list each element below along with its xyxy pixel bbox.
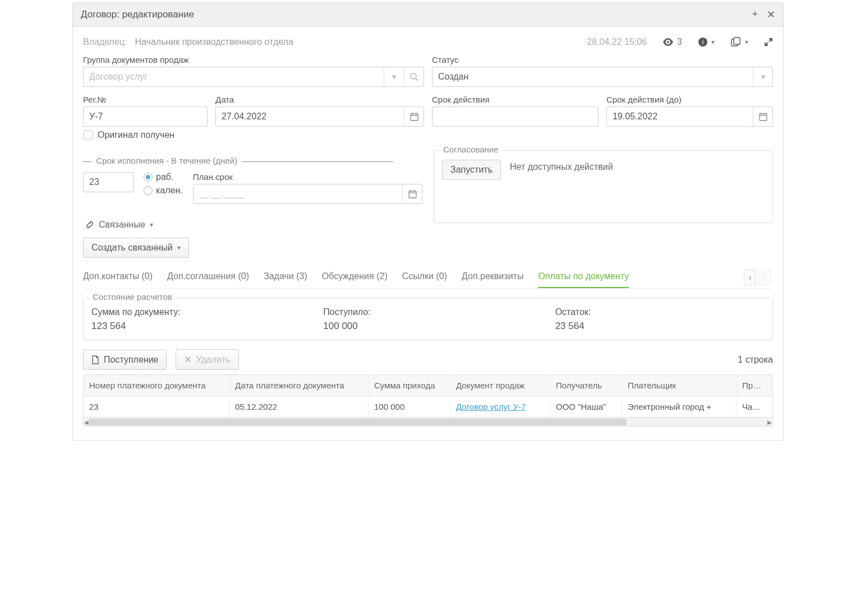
run-approval-label: Запустить bbox=[450, 165, 493, 175]
document-icon bbox=[91, 355, 99, 364]
th-amount[interactable]: Сумма прихода bbox=[369, 375, 450, 396]
run-approval-button[interactable]: Запустить bbox=[442, 160, 501, 180]
checkbox-icon[interactable] bbox=[83, 130, 93, 140]
add-icon[interactable]: + bbox=[752, 8, 758, 21]
calendar-icon[interactable] bbox=[404, 106, 424, 127]
radio-cal-label: кален. bbox=[156, 186, 183, 196]
expand-icon[interactable] bbox=[764, 38, 773, 47]
th-sales-doc[interactable]: Документ продаж bbox=[450, 375, 550, 396]
chevron-down-icon[interactable]: ▾ bbox=[384, 67, 404, 87]
td-note: Части bbox=[737, 396, 770, 417]
views-block[interactable]: 3 bbox=[662, 37, 682, 47]
td-sales-doc[interactable]: Договор услуг У-7 bbox=[450, 396, 550, 417]
create-related-button[interactable]: Создать связанный ▾ bbox=[83, 238, 189, 258]
status-field: Статус ▾ bbox=[432, 55, 773, 87]
th-doc-date[interactable]: Дата платежного документа bbox=[229, 375, 369, 396]
tab-discussions[interactable]: Обсуждения (2) bbox=[322, 267, 388, 288]
tabs-bar: Доп.контакты (0) Доп.соглашения (0) Зада… bbox=[83, 267, 773, 289]
calc-fieldset: Состояние расчетов Сумма по документу: 1… bbox=[83, 298, 773, 340]
search-icon[interactable] bbox=[404, 67, 424, 87]
valid-field: Срок действия bbox=[432, 95, 599, 127]
owner-value: Начальник производственного отдела bbox=[135, 37, 293, 47]
radio-work-days[interactable]: раб. bbox=[144, 172, 183, 182]
actions-row: Поступление ✕ Удалить 1 строка bbox=[83, 349, 773, 370]
calc-sum-value: 123 564 bbox=[91, 321, 301, 332]
income-button[interactable]: Поступление bbox=[83, 350, 167, 370]
form-row-2: Рег.№ Дата Срок действия bbox=[83, 95, 773, 127]
group-label: Группа документов продаж bbox=[83, 55, 424, 64]
radio-work-label: раб. bbox=[156, 172, 173, 182]
td-doc-number: 23 bbox=[84, 396, 229, 417]
group-select[interactable]: ▾ bbox=[83, 67, 424, 87]
tab-links[interactable]: Ссылки (0) bbox=[402, 267, 447, 288]
tab-scroll: ‹ › bbox=[742, 270, 773, 285]
date-field: Дата bbox=[215, 95, 424, 127]
th-note[interactable]: Приме bbox=[737, 375, 770, 396]
valid-to-input[interactable] bbox=[606, 106, 773, 127]
radio-icon bbox=[144, 173, 153, 182]
form-row-1: Группа документов продаж ▾ Статус ▾ bbox=[83, 55, 773, 87]
td-payer: Электронный город + bbox=[622, 396, 737, 417]
views-count: 3 bbox=[677, 37, 682, 47]
tab-tasks[interactable]: Задачи (3) bbox=[264, 267, 307, 288]
calendar-icon[interactable] bbox=[402, 184, 422, 204]
approval-fieldset: Согласование Запустить Нет доступных дей… bbox=[434, 150, 773, 223]
tab-extra-props[interactable]: Доп.реквизиты bbox=[462, 267, 523, 288]
term-fieldset: — Срок исполнения - В течение (дней) ———… bbox=[83, 150, 422, 210]
orig-received-row[interactable]: Оригинал получен bbox=[83, 130, 773, 140]
status-label: Статус bbox=[432, 55, 773, 64]
regno-field: Рег.№ bbox=[83, 95, 208, 127]
status-select[interactable]: ▾ bbox=[432, 67, 773, 87]
calc-sum: Сумма по документу: 123 564 bbox=[91, 307, 301, 332]
calc-remainder: Остаток: 23 564 bbox=[555, 307, 765, 332]
status-input[interactable] bbox=[432, 67, 773, 87]
tab-payments[interactable]: Оплаты по документу bbox=[538, 267, 629, 288]
content: Владелец: Начальник производственного от… bbox=[73, 27, 783, 440]
info-icon: i bbox=[698, 37, 708, 47]
calc-remainder-value: 23 564 bbox=[555, 321, 765, 332]
chevron-down-icon[interactable]: ▾ bbox=[753, 67, 773, 87]
svg-point-5 bbox=[411, 73, 416, 79]
copy-dropdown[interactable]: ▾ bbox=[730, 37, 748, 47]
th-payer[interactable]: Плательщик bbox=[622, 375, 737, 396]
date-label: Дата bbox=[215, 95, 424, 104]
td-amount: 100 000 bbox=[369, 396, 450, 417]
fieldsets-row: — Срок исполнения - В течение (дней) ———… bbox=[83, 148, 773, 258]
row-count: 1 строка bbox=[738, 355, 773, 365]
radio-icon bbox=[144, 186, 153, 195]
plan-date-input[interactable] bbox=[193, 184, 422, 204]
horizontal-scrollbar[interactable]: ◀ ▶ bbox=[84, 417, 772, 426]
calendar-icon[interactable] bbox=[753, 106, 773, 127]
group-input[interactable] bbox=[83, 67, 424, 87]
copy-icon bbox=[730, 37, 742, 47]
plan-date-field: План.срок bbox=[193, 172, 422, 204]
owner-block: Владелец: Начальник производственного от… bbox=[83, 37, 293, 47]
scroll-left-button[interactable]: ‹ bbox=[744, 270, 756, 285]
window-title: Договор: редактирование bbox=[81, 9, 194, 20]
eye-icon bbox=[662, 38, 674, 46]
date-input[interactable] bbox=[215, 106, 424, 127]
delete-button: ✕ Удалить bbox=[176, 349, 238, 370]
valid-label: Срок действия bbox=[432, 95, 599, 104]
tab-extra-contacts[interactable]: Доп.контакты (0) bbox=[83, 267, 153, 288]
scrollbar-thumb[interactable] bbox=[89, 419, 627, 425]
regno-input[interactable] bbox=[83, 106, 208, 127]
delete-label: Удалить bbox=[196, 355, 230, 365]
approval-legend: Согласование bbox=[440, 145, 502, 154]
sales-doc-link[interactable]: Договор услуг У-7 bbox=[456, 402, 526, 411]
orig-received-label: Оригинал получен bbox=[98, 130, 174, 140]
info-dropdown[interactable]: i ▾ bbox=[698, 37, 715, 47]
datetime-label: 28.04.22 15:06 bbox=[587, 37, 647, 47]
scroll-right-arrow-icon[interactable]: ▶ bbox=[766, 418, 773, 427]
radio-calendar-days[interactable]: кален. bbox=[144, 186, 183, 196]
group-field: Группа документов продаж ▾ bbox=[83, 55, 424, 87]
related-link[interactable]: Связанные ▾ bbox=[85, 220, 422, 230]
valid-input[interactable] bbox=[432, 106, 599, 127]
term-days-input[interactable] bbox=[83, 172, 134, 192]
table-row[interactable]: 23 05.12.2022 100 000 Договор услуг У-7 … bbox=[84, 396, 772, 417]
th-recipient[interactable]: Получатель bbox=[550, 375, 622, 396]
window: Договор: редактирование + ✕ Владелец: На… bbox=[72, 2, 784, 441]
tab-extra-agreements[interactable]: Доп.соглашения (0) bbox=[167, 267, 249, 288]
th-doc-number[interactable]: Номер платежного документа bbox=[84, 375, 229, 396]
close-icon[interactable]: ✕ bbox=[767, 8, 775, 21]
